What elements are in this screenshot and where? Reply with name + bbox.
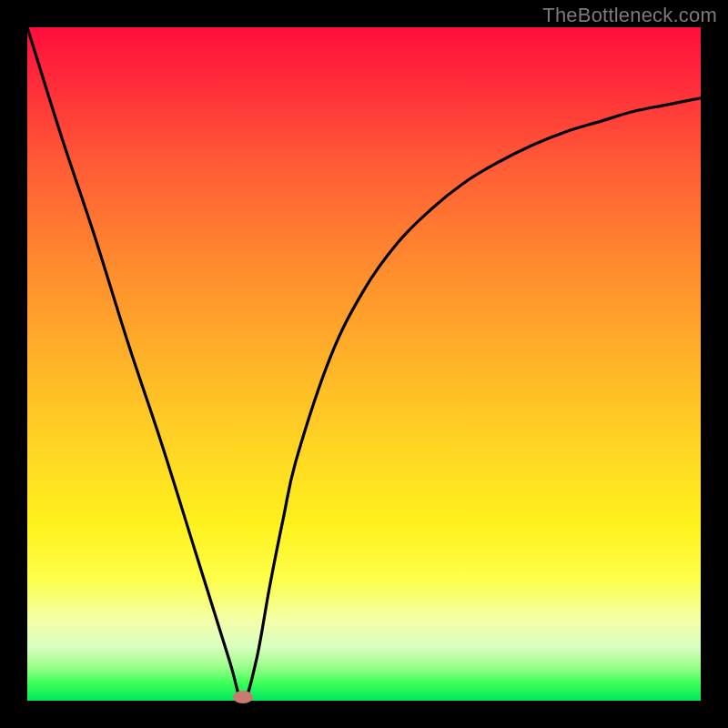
bottleneck-curve — [27, 27, 701, 701]
plot-area — [27, 27, 701, 701]
chart-frame: TheBottleneck.com — [0, 0, 728, 728]
watermark-text: TheBottleneck.com — [542, 4, 717, 27]
curve-svg — [27, 27, 701, 701]
optimal-point-marker — [233, 691, 253, 703]
